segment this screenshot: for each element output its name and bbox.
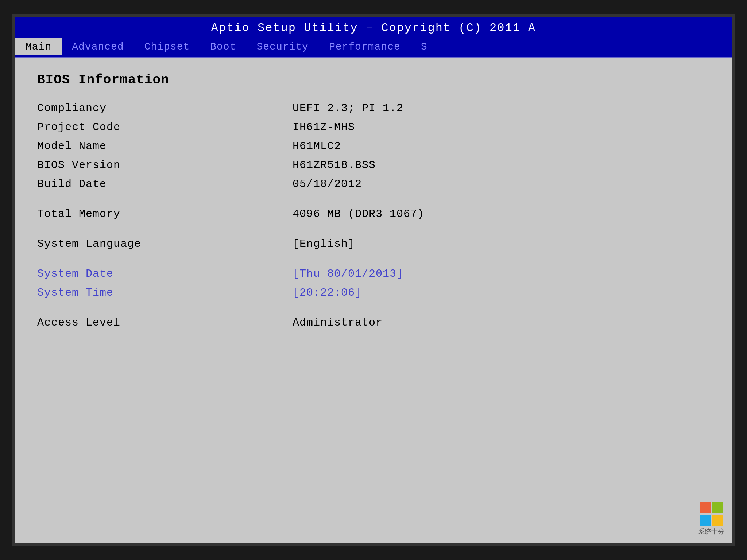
nav-security[interactable]: Security	[246, 38, 318, 55]
nav-main[interactable]: Main	[15, 38, 62, 55]
label-total-memory: Total Memory	[37, 208, 293, 220]
value-model-name: H61MLC2	[293, 140, 341, 152]
label-project-code: Project Code	[37, 121, 293, 133]
value-bios-version: H61ZR518.BSS	[293, 159, 376, 171]
nav-performance[interactable]: Performance	[319, 38, 411, 55]
label-system-date: System Date	[37, 268, 293, 280]
nav-chipset[interactable]: Chipset	[134, 38, 200, 55]
row-build-date: Build Date 05/18/2012	[37, 178, 710, 190]
value-system-time[interactable]: [20:22:06]	[293, 287, 362, 299]
label-build-date: Build Date	[37, 178, 293, 190]
watermark: 系统十分	[698, 502, 724, 536]
logo-quadrant-4	[712, 515, 723, 526]
value-compliancy: UEFI 2.3; PI 1.2	[293, 102, 403, 114]
section-title: BIOS Information	[37, 73, 710, 88]
info-table: Compliancy UEFI 2.3; PI 1.2 Project Code…	[37, 102, 710, 329]
row-project-code: Project Code IH61Z-MHS	[37, 121, 710, 133]
watermark-logo	[700, 502, 723, 526]
label-system-language: System Language	[37, 238, 293, 250]
label-access-level: Access Level	[37, 316, 293, 329]
bios-screen: Aptio Setup Utility – Copyright (C) 2011…	[12, 14, 735, 546]
nav-advanced[interactable]: Advanced	[62, 38, 134, 55]
label-model-name: Model Name	[37, 140, 293, 152]
row-system-date[interactable]: System Date [Thu 80/01/2013]	[37, 268, 710, 280]
title-row: Aptio Setup Utility – Copyright (C) 2011…	[15, 17, 732, 37]
label-system-time: System Time	[37, 287, 293, 299]
value-access-level: Administrator	[293, 316, 383, 329]
label-compliancy: Compliancy	[37, 102, 293, 114]
nav-boot[interactable]: Boot	[200, 38, 246, 55]
logo-quadrant-2	[712, 502, 723, 513]
row-bios-version: BIOS Version H61ZR518.BSS	[37, 159, 710, 171]
nav-row: Main Advanced Chipset Boot Security Perf…	[15, 37, 732, 57]
top-bar: Aptio Setup Utility – Copyright (C) 2011…	[15, 17, 732, 57]
value-total-memory: 4096 MB (DDR3 1067)	[293, 208, 424, 220]
value-system-language: [English]	[293, 238, 355, 250]
value-system-date[interactable]: [Thu 80/01/2013]	[293, 268, 403, 280]
row-system-time[interactable]: System Time [20:22:06]	[37, 287, 710, 299]
nav-s[interactable]: S	[411, 38, 438, 55]
content-area: BIOS Information Compliancy UEFI 2.3; PI…	[15, 58, 732, 350]
logo-quadrant-3	[700, 515, 711, 526]
label-bios-version: BIOS Version	[37, 159, 293, 171]
row-compliancy: Compliancy UEFI 2.3; PI 1.2	[37, 102, 710, 114]
row-access-level: Access Level Administrator	[37, 316, 710, 329]
app-title: Aptio Setup Utility – Copyright (C) 2011…	[211, 21, 536, 35]
value-build-date: 05/18/2012	[293, 178, 362, 190]
watermark-text: 系统十分	[698, 527, 724, 536]
value-project-code: IH61Z-MHS	[293, 121, 355, 133]
row-system-language: System Language [English]	[37, 238, 710, 250]
logo-quadrant-1	[700, 502, 711, 513]
row-total-memory: Total Memory 4096 MB (DDR3 1067)	[37, 208, 710, 220]
row-model-name: Model Name H61MLC2	[37, 140, 710, 152]
